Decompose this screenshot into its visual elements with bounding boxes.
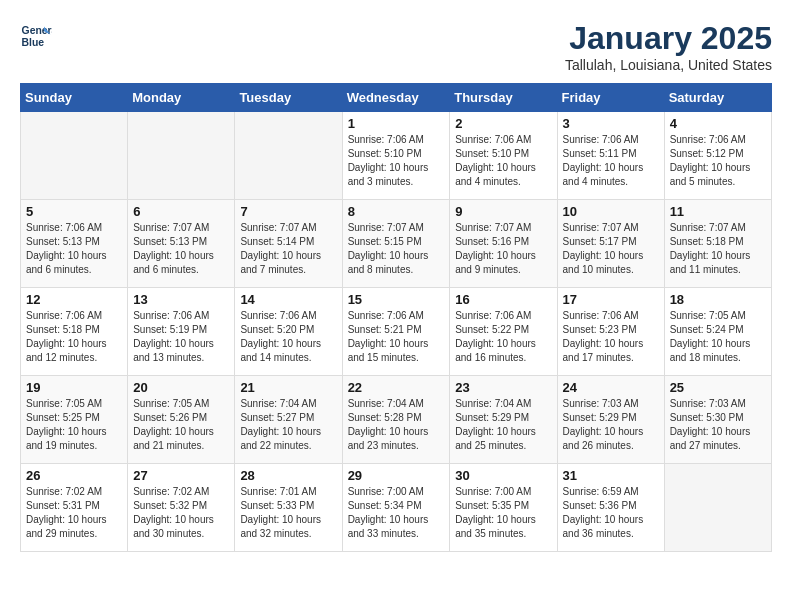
table-row: 5Sunrise: 7:06 AM Sunset: 5:13 PM Daylig…: [21, 200, 128, 288]
table-row: 21Sunrise: 7:04 AM Sunset: 5:27 PM Dayli…: [235, 376, 342, 464]
table-row: 26Sunrise: 7:02 AM Sunset: 5:31 PM Dayli…: [21, 464, 128, 552]
calendar-week-row: 19Sunrise: 7:05 AM Sunset: 5:25 PM Dayli…: [21, 376, 772, 464]
table-row: 17Sunrise: 7:06 AM Sunset: 5:23 PM Dayli…: [557, 288, 664, 376]
day-number: 9: [455, 204, 551, 219]
day-number: 8: [348, 204, 445, 219]
day-number: 14: [240, 292, 336, 307]
day-info: Sunrise: 7:07 AM Sunset: 5:16 PM Dayligh…: [455, 221, 551, 277]
table-row: [21, 112, 128, 200]
day-number: 13: [133, 292, 229, 307]
day-number: 21: [240, 380, 336, 395]
table-row: 14Sunrise: 7:06 AM Sunset: 5:20 PM Dayli…: [235, 288, 342, 376]
logo-icon: General Blue: [20, 20, 52, 52]
day-info: Sunrise: 7:04 AM Sunset: 5:28 PM Dayligh…: [348, 397, 445, 453]
day-number: 10: [563, 204, 659, 219]
day-info: Sunrise: 7:06 AM Sunset: 5:20 PM Dayligh…: [240, 309, 336, 365]
table-row: 29Sunrise: 7:00 AM Sunset: 5:34 PM Dayli…: [342, 464, 450, 552]
table-row: [235, 112, 342, 200]
day-number: 7: [240, 204, 336, 219]
day-info: Sunrise: 7:06 AM Sunset: 5:11 PM Dayligh…: [563, 133, 659, 189]
day-number: 29: [348, 468, 445, 483]
table-row: [664, 464, 771, 552]
month-title: January 2025: [565, 20, 772, 57]
calendar-table: Sunday Monday Tuesday Wednesday Thursday…: [20, 83, 772, 552]
day-number: 24: [563, 380, 659, 395]
svg-text:Blue: Blue: [22, 37, 45, 48]
table-row: 6Sunrise: 7:07 AM Sunset: 5:13 PM Daylig…: [128, 200, 235, 288]
day-info: Sunrise: 7:05 AM Sunset: 5:26 PM Dayligh…: [133, 397, 229, 453]
location: Tallulah, Louisiana, United States: [565, 57, 772, 73]
day-number: 5: [26, 204, 122, 219]
day-info: Sunrise: 6:59 AM Sunset: 5:36 PM Dayligh…: [563, 485, 659, 541]
col-friday: Friday: [557, 84, 664, 112]
col-tuesday: Tuesday: [235, 84, 342, 112]
day-number: 26: [26, 468, 122, 483]
day-info: Sunrise: 7:06 AM Sunset: 5:10 PM Dayligh…: [348, 133, 445, 189]
day-number: 16: [455, 292, 551, 307]
day-info: Sunrise: 7:06 AM Sunset: 5:22 PM Dayligh…: [455, 309, 551, 365]
day-number: 15: [348, 292, 445, 307]
table-row: 25Sunrise: 7:03 AM Sunset: 5:30 PM Dayli…: [664, 376, 771, 464]
calendar-week-row: 5Sunrise: 7:06 AM Sunset: 5:13 PM Daylig…: [21, 200, 772, 288]
day-number: 20: [133, 380, 229, 395]
day-info: Sunrise: 7:07 AM Sunset: 5:14 PM Dayligh…: [240, 221, 336, 277]
day-number: 11: [670, 204, 766, 219]
table-row: 7Sunrise: 7:07 AM Sunset: 5:14 PM Daylig…: [235, 200, 342, 288]
day-info: Sunrise: 7:04 AM Sunset: 5:29 PM Dayligh…: [455, 397, 551, 453]
day-number: 17: [563, 292, 659, 307]
day-number: 19: [26, 380, 122, 395]
day-number: 1: [348, 116, 445, 131]
table-row: 30Sunrise: 7:00 AM Sunset: 5:35 PM Dayli…: [450, 464, 557, 552]
day-number: 4: [670, 116, 766, 131]
table-row: 2Sunrise: 7:06 AM Sunset: 5:10 PM Daylig…: [450, 112, 557, 200]
day-number: 27: [133, 468, 229, 483]
day-info: Sunrise: 7:06 AM Sunset: 5:18 PM Dayligh…: [26, 309, 122, 365]
day-info: Sunrise: 7:07 AM Sunset: 5:17 PM Dayligh…: [563, 221, 659, 277]
day-info: Sunrise: 7:02 AM Sunset: 5:32 PM Dayligh…: [133, 485, 229, 541]
day-number: 28: [240, 468, 336, 483]
table-row: 18Sunrise: 7:05 AM Sunset: 5:24 PM Dayli…: [664, 288, 771, 376]
col-saturday: Saturday: [664, 84, 771, 112]
day-info: Sunrise: 7:05 AM Sunset: 5:25 PM Dayligh…: [26, 397, 122, 453]
logo: General Blue: [20, 20, 52, 52]
calendar-week-row: 1Sunrise: 7:06 AM Sunset: 5:10 PM Daylig…: [21, 112, 772, 200]
table-row: 24Sunrise: 7:03 AM Sunset: 5:29 PM Dayli…: [557, 376, 664, 464]
day-info: Sunrise: 7:00 AM Sunset: 5:34 PM Dayligh…: [348, 485, 445, 541]
day-info: Sunrise: 7:03 AM Sunset: 5:30 PM Dayligh…: [670, 397, 766, 453]
table-row: 20Sunrise: 7:05 AM Sunset: 5:26 PM Dayli…: [128, 376, 235, 464]
col-monday: Monday: [128, 84, 235, 112]
day-info: Sunrise: 7:06 AM Sunset: 5:12 PM Dayligh…: [670, 133, 766, 189]
day-number: 12: [26, 292, 122, 307]
day-info: Sunrise: 7:06 AM Sunset: 5:19 PM Dayligh…: [133, 309, 229, 365]
day-number: 18: [670, 292, 766, 307]
table-row: 23Sunrise: 7:04 AM Sunset: 5:29 PM Dayli…: [450, 376, 557, 464]
table-row: 9Sunrise: 7:07 AM Sunset: 5:16 PM Daylig…: [450, 200, 557, 288]
day-info: Sunrise: 7:07 AM Sunset: 5:18 PM Dayligh…: [670, 221, 766, 277]
table-row: 16Sunrise: 7:06 AM Sunset: 5:22 PM Dayli…: [450, 288, 557, 376]
table-row: 8Sunrise: 7:07 AM Sunset: 5:15 PM Daylig…: [342, 200, 450, 288]
day-info: Sunrise: 7:06 AM Sunset: 5:10 PM Dayligh…: [455, 133, 551, 189]
day-info: Sunrise: 7:03 AM Sunset: 5:29 PM Dayligh…: [563, 397, 659, 453]
table-row: [128, 112, 235, 200]
day-info: Sunrise: 7:00 AM Sunset: 5:35 PM Dayligh…: [455, 485, 551, 541]
day-number: 22: [348, 380, 445, 395]
calendar-week-row: 12Sunrise: 7:06 AM Sunset: 5:18 PM Dayli…: [21, 288, 772, 376]
table-row: 22Sunrise: 7:04 AM Sunset: 5:28 PM Dayli…: [342, 376, 450, 464]
table-row: 3Sunrise: 7:06 AM Sunset: 5:11 PM Daylig…: [557, 112, 664, 200]
day-info: Sunrise: 7:06 AM Sunset: 5:23 PM Dayligh…: [563, 309, 659, 365]
col-thursday: Thursday: [450, 84, 557, 112]
table-row: 31Sunrise: 6:59 AM Sunset: 5:36 PM Dayli…: [557, 464, 664, 552]
table-row: 11Sunrise: 7:07 AM Sunset: 5:18 PM Dayli…: [664, 200, 771, 288]
day-number: 31: [563, 468, 659, 483]
calendar-week-row: 26Sunrise: 7:02 AM Sunset: 5:31 PM Dayli…: [21, 464, 772, 552]
day-info: Sunrise: 7:05 AM Sunset: 5:24 PM Dayligh…: [670, 309, 766, 365]
day-number: 23: [455, 380, 551, 395]
page-header: General Blue January 2025 Tallulah, Loui…: [20, 20, 772, 73]
table-row: 27Sunrise: 7:02 AM Sunset: 5:32 PM Dayli…: [128, 464, 235, 552]
day-info: Sunrise: 7:04 AM Sunset: 5:27 PM Dayligh…: [240, 397, 336, 453]
day-info: Sunrise: 7:06 AM Sunset: 5:13 PM Dayligh…: [26, 221, 122, 277]
day-info: Sunrise: 7:01 AM Sunset: 5:33 PM Dayligh…: [240, 485, 336, 541]
day-info: Sunrise: 7:07 AM Sunset: 5:13 PM Dayligh…: [133, 221, 229, 277]
col-sunday: Sunday: [21, 84, 128, 112]
table-row: 12Sunrise: 7:06 AM Sunset: 5:18 PM Dayli…: [21, 288, 128, 376]
